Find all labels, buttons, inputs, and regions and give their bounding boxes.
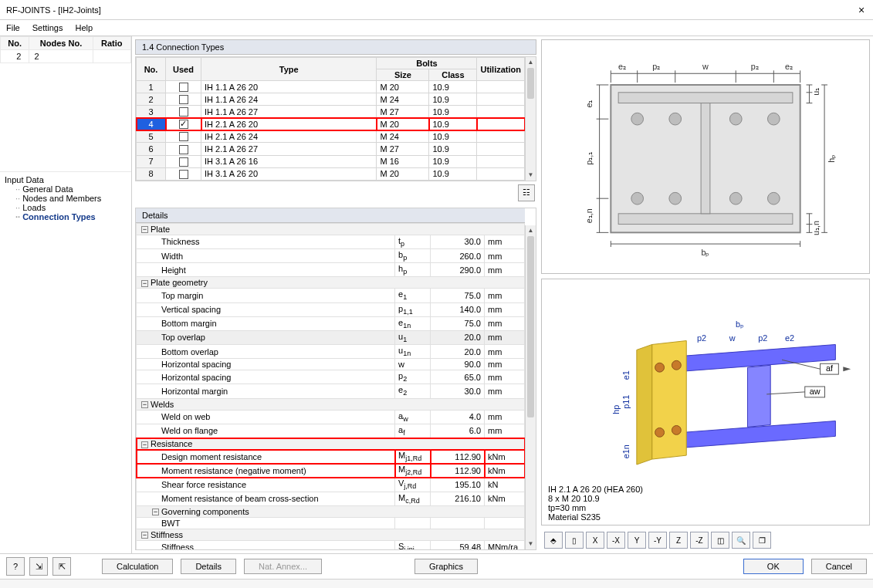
- used-checkbox[interactable]: [179, 83, 188, 92]
- tree-general-data[interactable]: General Data: [5, 184, 127, 194]
- svg-point-8: [631, 192, 644, 204]
- details-group[interactable]: −Welds: [137, 398, 525, 410]
- details-scrollbar[interactable]: ▲ ▼: [525, 225, 536, 549]
- title-bar: RF-JOINTS - [IH2-Joints] ×: [0, 0, 873, 20]
- details-row: Shear force resistanceVj,Rd195.10kN: [137, 478, 525, 492]
- connection-table-wrap: No. Used Type Bolts Utilization Size Cla…: [135, 56, 536, 181]
- svg-text:hp: hp: [611, 405, 621, 414]
- svg-rect-2: [618, 214, 793, 225]
- details-table[interactable]: −PlateThicknesstp30.0mmWidthbp260.0mmHei…: [136, 223, 525, 550]
- close-icon[interactable]: ×: [856, 4, 867, 16]
- view-front-icon[interactable]: ▯: [565, 532, 584, 549]
- scroll-down-icon[interactable]: ▼: [526, 539, 536, 549]
- scroll-down-icon[interactable]: ▼: [526, 170, 536, 181]
- view-box-icon[interactable]: ◫: [711, 532, 729, 549]
- svg-point-11: [767, 192, 780, 204]
- details-group[interactable]: −Plate: [137, 223, 525, 235]
- used-checkbox[interactable]: [179, 95, 188, 104]
- details-group[interactable]: −Plate geometry: [137, 277, 525, 289]
- nat-annex-button: Nat. Annex...: [244, 559, 322, 574]
- view-copy-icon[interactable]: ❐: [753, 532, 771, 549]
- calculation-button[interactable]: Calculation: [102, 559, 173, 574]
- details-row: Bottom margine1n75.0mm: [137, 316, 525, 330]
- view-yneg-icon[interactable]: -Y: [648, 532, 667, 549]
- svg-text:p11: p11: [621, 395, 631, 409]
- details-row: Design moment resistanceMj1,Rd112.90kNm: [137, 450, 525, 464]
- svg-text:u₁: u₁: [811, 88, 821, 96]
- details-row: Weld on flangeaf6.0mm: [137, 424, 525, 438]
- cases-row[interactable]: 2 2: [1, 50, 131, 63]
- svg-text:af: af: [826, 364, 834, 373]
- conn-scrollbar[interactable]: ▲ ▼: [525, 57, 536, 181]
- tree-connection-types[interactable]: Connection Types: [5, 212, 127, 221]
- used-checkbox[interactable]: [179, 157, 188, 167]
- view-iso-icon[interactable]: ⬘: [544, 532, 563, 549]
- graphics-button[interactable]: Graphics: [415, 559, 478, 574]
- used-checkbox[interactable]: [179, 132, 188, 141]
- svg-marker-71: [843, 367, 851, 372]
- used-checkbox[interactable]: [179, 120, 188, 129]
- model-info: IH 2.1 A 26 20 (HEA 260) 8 x M 20 10.9 t…: [548, 485, 643, 522]
- col-ratio: Ratio: [93, 37, 130, 50]
- tree-nodes-members[interactable]: Nodes and Members: [5, 194, 127, 203]
- diagram-plan-view: e₂ p₂ w p₂ e₂: [541, 39, 870, 274]
- col-no: No.: [1, 37, 29, 50]
- svg-point-4: [631, 113, 644, 125]
- details-row: Thicknesstp30.0mm: [137, 235, 525, 248]
- conn-row[interactable]: 7IH 3.1 A 26 16M 1610.9: [137, 155, 525, 167]
- svg-text:p2: p2: [697, 333, 706, 343]
- cases-table[interactable]: No. Nodes No. Ratio 2 2: [0, 36, 131, 63]
- conn-row[interactable]: 3IH 1.1 A 26 27M 2710.9: [137, 106, 525, 118]
- details-button[interactable]: Details: [181, 559, 236, 574]
- conn-row[interactable]: 5IH 2.1 A 26 24M 2410.9: [137, 130, 525, 143]
- svg-text:e₁,n: e₁,n: [584, 208, 594, 223]
- tree-loads[interactable]: Loads: [5, 203, 127, 212]
- conn-row[interactable]: 4IH 2.1 A 26 20M 2010.9: [137, 118, 525, 130]
- export-button[interactable]: ⇱: [52, 557, 71, 576]
- details-row: Horizontal spacingp265.0mm: [137, 370, 525, 384]
- cancel-button[interactable]: Cancel: [811, 559, 867, 574]
- conn-row[interactable]: 6IH 2.1 A 26 27M 2710.9: [137, 143, 525, 155]
- svg-text:e₂: e₂: [618, 62, 626, 71]
- details-group[interactable]: −Resistance: [137, 438, 525, 450]
- menu-help[interactable]: Help: [75, 23, 93, 32]
- svg-point-5: [669, 113, 682, 125]
- conn-row[interactable]: 2IH 1.1 A 26 24M 2410.9: [137, 93, 525, 106]
- conn-row[interactable]: 8IH 3.1 A 26 20M 2010.9: [137, 167, 525, 180]
- view-xneg-icon[interactable]: -X: [607, 532, 625, 549]
- connection-table[interactable]: No. Used Type Bolts Utilization Size Cla…: [136, 57, 525, 181]
- details-group[interactable]: −Governing components: [137, 505, 525, 517]
- conn-row[interactable]: 1IH 1.1 A 26 20M 2010.9: [137, 81, 525, 93]
- view-y-icon[interactable]: Y: [628, 532, 646, 549]
- svg-point-9: [669, 192, 682, 204]
- import-button[interactable]: ⇲: [29, 557, 48, 576]
- ok-button[interactable]: OK: [743, 559, 804, 574]
- svg-point-55: [655, 363, 665, 373]
- scroll-thumb[interactable]: [527, 68, 534, 99]
- used-checkbox[interactable]: [179, 170, 188, 179]
- svg-text:aw: aw: [810, 387, 821, 396]
- view-z-icon[interactable]: Z: [669, 532, 688, 549]
- svg-text:bₚ: bₚ: [736, 319, 744, 329]
- svg-rect-1: [618, 93, 793, 103]
- details-group[interactable]: −Stiffness: [137, 529, 525, 540]
- details-row: Top overlapu120.0mm: [137, 330, 525, 344]
- scroll-thumb[interactable]: [527, 236, 534, 417]
- help-button[interactable]: ?: [6, 557, 25, 576]
- used-checkbox[interactable]: [179, 107, 188, 117]
- svg-marker-53: [652, 341, 687, 460]
- tree-root[interactable]: Input Data: [5, 175, 127, 184]
- menu-settings[interactable]: Settings: [32, 23, 63, 32]
- view-x-icon[interactable]: X: [586, 532, 604, 549]
- menu-file[interactable]: File: [6, 23, 20, 32]
- svg-point-57: [655, 428, 665, 438]
- view-zoom-icon[interactable]: 🔍: [732, 532, 750, 549]
- scroll-up-icon[interactable]: ▲: [526, 225, 536, 236]
- view-zneg-icon[interactable]: -Z: [690, 532, 709, 549]
- used-checkbox[interactable]: [179, 145, 188, 154]
- scroll-up-icon[interactable]: ▲: [526, 57, 536, 68]
- table-settings-button[interactable]: ☷: [518, 184, 535, 201]
- menu-bar: File Settings Help: [0, 20, 873, 36]
- svg-text:e1: e1: [621, 370, 631, 380]
- svg-text:hₚ: hₚ: [827, 154, 836, 163]
